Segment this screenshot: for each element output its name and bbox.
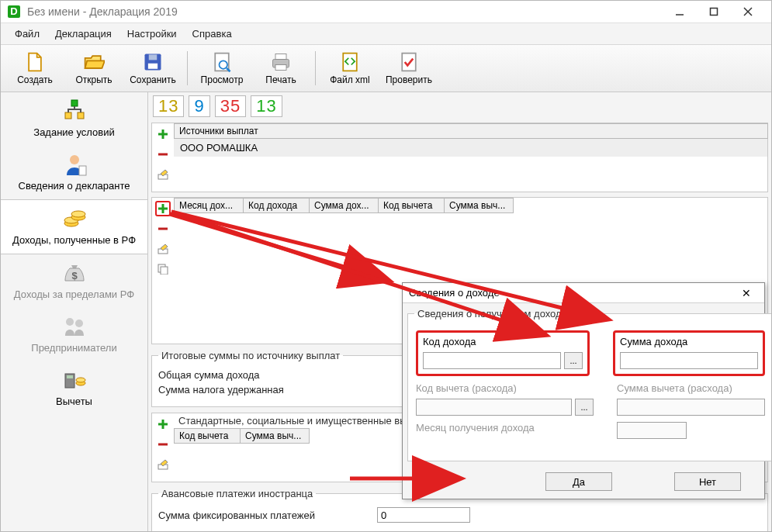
toolbar-open[interactable]: Открыть	[64, 48, 123, 88]
plus-icon	[158, 203, 168, 214]
svg-rect-18	[65, 112, 71, 119]
svg-point-20	[70, 155, 79, 164]
xml-file-icon	[339, 51, 361, 73]
sidebar-tab-income-rf[interactable]: Доходы, полученные в РФ	[1, 199, 147, 254]
col-month: Месяц дох...	[174, 198, 244, 213]
svg-rect-8	[149, 54, 158, 60]
minimize-button[interactable]	[663, 1, 697, 22]
dialog-ok-button[interactable]: Да	[545, 472, 612, 491]
svg-rect-12	[275, 54, 286, 60]
rate-13b[interactable]: 13	[251, 95, 282, 117]
sum-label: Сумма дохода	[620, 336, 758, 347]
deduction-sum-input[interactable]	[617, 399, 765, 416]
close-button[interactable]	[731, 1, 765, 22]
col-code: Код дохода	[243, 198, 310, 213]
rate-13[interactable]: 13	[153, 95, 184, 117]
titlebar: D Без имени - Декларация 2019	[1, 1, 771, 23]
new-file-icon	[24, 51, 46, 73]
sidebar-tab-declarant[interactable]: Сведения о декларанте	[1, 146, 147, 199]
svg-point-28	[75, 320, 83, 327]
svg-rect-19	[78, 112, 84, 119]
rate-35[interactable]: 35	[215, 95, 246, 117]
sidebar-tab-entrepreneur[interactable]: Предприниматели	[1, 308, 147, 361]
delete-income-button[interactable]	[155, 221, 171, 237]
add-income-button[interactable]	[155, 201, 171, 216]
toolbar-create[interactable]: Создать	[5, 48, 64, 88]
plus-icon	[158, 129, 168, 140]
money-bag-icon: $	[62, 261, 87, 285]
svg-rect-21	[79, 166, 86, 175]
menu-declaration[interactable]: Декларация	[47, 25, 119, 43]
deduction-code-lookup[interactable]: ...	[575, 399, 594, 416]
check-icon	[398, 51, 420, 73]
svg-text:$: $	[71, 270, 78, 282]
toolbar-preview[interactable]: Просмотр	[192, 48, 251, 88]
svg-rect-14	[275, 65, 286, 71]
save-icon	[142, 51, 164, 73]
delete-deduction-button[interactable]	[155, 437, 171, 452]
income-dialog: Сведения о доходе ✕ Сведения о полученно…	[402, 282, 765, 499]
person-icon	[62, 152, 87, 177]
print-icon	[270, 51, 292, 73]
deductions-icon	[62, 368, 87, 392]
col-sum: Сумма дох...	[309, 198, 379, 213]
toolbar-check[interactable]: Проверить	[379, 48, 438, 88]
rate-9[interactable]: 9	[189, 95, 209, 117]
app-icon: D	[7, 5, 21, 19]
edit-icon	[158, 244, 168, 254]
edit-deduction-button[interactable]	[155, 457, 171, 472]
menu-file[interactable]: Файл	[7, 25, 47, 43]
minus-icon	[158, 149, 168, 160]
dialog-close-button[interactable]: ✕	[735, 287, 758, 299]
copy-income-button[interactable]	[155, 261, 171, 277]
preview-icon	[211, 51, 233, 73]
dialog-cancel-button[interactable]: Нет	[674, 472, 741, 491]
entrepreneur-icon	[62, 314, 87, 339]
plus-icon	[158, 419, 168, 430]
menubar: Файл Декларация Настройки Справка	[1, 23, 771, 45]
delete-source-button[interactable]	[155, 147, 171, 162]
deduction-code-input[interactable]	[416, 399, 572, 416]
edit-icon	[158, 459, 168, 470]
svg-point-27	[66, 318, 74, 326]
open-folder-icon	[83, 51, 105, 73]
coins-icon	[62, 206, 87, 231]
rate-tabs: 13 9 35 13	[148, 92, 771, 120]
sidebar-tab-conditions[interactable]: Задание условий	[1, 92, 147, 146]
sidebar-tab-income-abroad[interactable]: $ Доходы за пределами РФ	[1, 254, 147, 308]
edit-source-button[interactable]	[155, 167, 171, 182]
menu-help[interactable]: Справка	[185, 25, 240, 43]
toolbar-print[interactable]: Печать	[251, 48, 310, 88]
conditions-icon	[62, 98, 87, 123]
menu-settings[interactable]: Настройки	[119, 25, 185, 43]
income-code-lookup[interactable]: ...	[564, 352, 583, 369]
toolbar-xml[interactable]: Файл xml	[320, 48, 379, 88]
toolbar-save[interactable]: Сохранить	[123, 48, 182, 88]
edit-income-button[interactable]	[155, 241, 171, 257]
add-source-button[interactable]	[155, 126, 171, 142]
svg-rect-7	[148, 64, 158, 69]
svg-rect-3	[711, 9, 718, 16]
income-code-input[interactable]	[423, 352, 561, 369]
add-deduction-button[interactable]	[155, 416, 171, 432]
svg-rect-42	[161, 267, 168, 275]
svg-text:D: D	[10, 5, 17, 17]
sidebar-tab-deductions[interactable]: Вычеты	[1, 361, 147, 415]
month-input[interactable]	[617, 422, 687, 439]
fixed-payment-input[interactable]	[377, 507, 470, 523]
edit-icon	[158, 169, 168, 180]
maximize-button[interactable]	[697, 1, 731, 22]
income-sum-input[interactable]	[620, 352, 758, 369]
toolbar: Создать Открыть Сохранить Просмотр Печат…	[1, 45, 771, 92]
window-title: Без имени - Декларация 2019	[27, 5, 663, 18]
source-row[interactable]: ООО РОМАШКА	[174, 139, 767, 157]
copy-icon	[158, 264, 168, 275]
code-label: Код дохода	[423, 336, 583, 347]
svg-rect-17	[71, 100, 78, 106]
svg-point-25	[71, 211, 85, 217]
dialog-title: Сведения о доходе	[409, 287, 735, 299]
col-ded-sum: Сумма выч...	[444, 198, 514, 213]
svg-rect-30	[67, 375, 73, 378]
sidebar: Задание условий Сведения о декларанте До…	[1, 92, 148, 532]
minus-icon	[158, 223, 168, 234]
